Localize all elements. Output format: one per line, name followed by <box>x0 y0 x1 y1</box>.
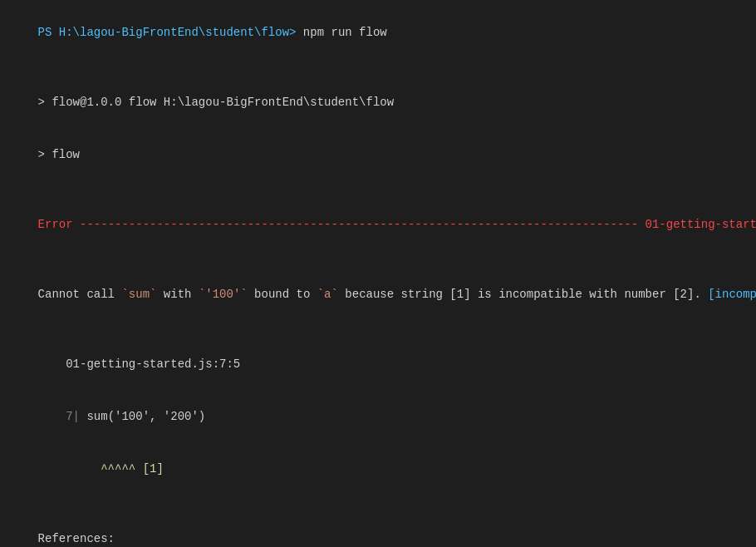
blank-1 <box>10 59 746 76</box>
prompt-command: npm run flow <box>296 26 386 39</box>
output-text-1: > flow@1.0.0 flow H:\lagou-BigFrontEnd\s… <box>38 96 394 109</box>
prompt-line: PS H:\lagou-BigFrontEnd\student\flow> np… <box>10 7 746 59</box>
blank-3 <box>10 251 746 269</box>
error1-label: Error <box>38 218 73 231</box>
error1-location: 01-getting-started.js:7:5 <box>646 218 756 231</box>
error1-ref1-linenum: 7| <box>38 410 80 423</box>
error1-dashes: ----------------------------------------… <box>73 218 639 231</box>
blank-2 <box>10 181 746 199</box>
error1-ref1-caret: ^^^^^ [1] <box>38 462 164 476</box>
prompt-path: PS H:\lagou-BigFrontEnd\student\flow> <box>38 26 297 39</box>
output-text-2: > flow <box>38 148 80 161</box>
terminal-window: PS H:\lagou-BigFrontEnd\student\flow> np… <box>10 7 746 547</box>
output-line-1: > flow@1.0.0 flow H:\lagou-BigFrontEnd\s… <box>10 76 746 129</box>
error1-ref1-code-line: 7| sum('100', '200') <box>10 391 746 443</box>
error1-refs-label: References: <box>38 532 115 545</box>
error1-refs-label-line: References: <box>10 513 746 547</box>
output-line-2: > flow <box>10 129 746 181</box>
error1-ref1-caret-line: ^^^^^ [1] <box>10 443 746 495</box>
error1-ref1-file: 01-getting-started.js:7:5 <box>10 338 746 391</box>
blank-4 <box>10 321 746 338</box>
blank-5 <box>10 495 746 513</box>
error1-ref1-code: sum('100', '200') <box>80 410 205 423</box>
error1-msg-text: Cannot call `sum` with `'100'` bound to … <box>38 288 756 301</box>
error1-message: Cannot call `sum` with `'100'` bound to … <box>10 269 746 321</box>
error1-ref1-file-text: 01-getting-started.js:7:5 <box>38 357 241 371</box>
error1-header-line: Error ----------------------------------… <box>10 199 746 251</box>
